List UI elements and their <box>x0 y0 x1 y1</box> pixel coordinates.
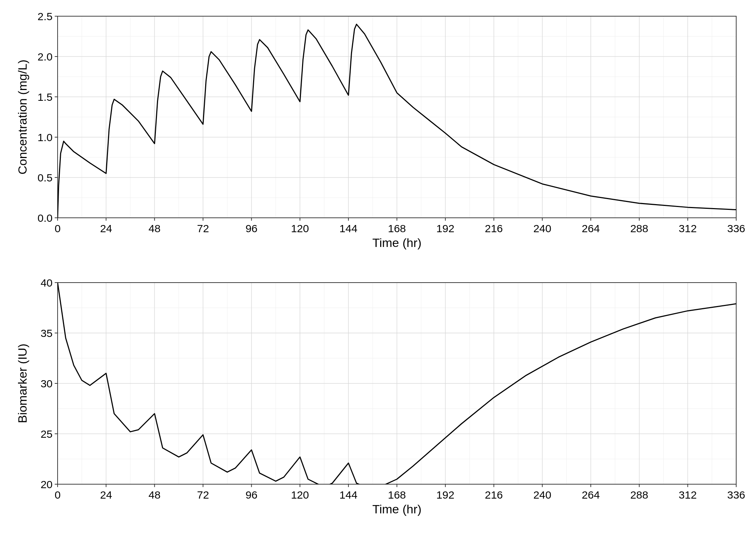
y-tick-label: 40 <box>41 277 53 289</box>
y-tick-label: 2.0 <box>37 51 53 63</box>
y-tick-label: 1.0 <box>37 131 53 143</box>
x-tick-label: 216 <box>485 489 503 501</box>
x-tick-label: 96 <box>246 222 257 234</box>
x-tick-label: 192 <box>436 222 454 234</box>
x-tick-label: 312 <box>679 222 697 234</box>
x-tick-label: 264 <box>582 489 600 501</box>
x-tick-label: 48 <box>149 222 161 234</box>
x-tick-label: 144 <box>339 222 357 234</box>
y-tick-label: 0.0 <box>37 212 53 224</box>
x-tick-label: 144 <box>339 489 357 501</box>
y-tick-label: 0.5 <box>37 172 53 184</box>
x-tick-label: 288 <box>630 489 648 501</box>
y-tick-label: 35 <box>41 327 53 339</box>
x-tick-label: 72 <box>197 489 209 501</box>
x-tick-label: 48 <box>149 489 161 501</box>
x-tick-label: 96 <box>246 489 257 501</box>
y-tick-label: 30 <box>41 378 53 390</box>
y-tick-label: 2.5 <box>37 10 53 22</box>
x-tick-label: 168 <box>388 489 406 501</box>
x-tick-label: 288 <box>630 222 648 234</box>
x-tick-label: 240 <box>533 222 551 234</box>
x-tick-label: 168 <box>388 222 406 234</box>
x-tick-label: 120 <box>291 489 309 501</box>
x-tick-label: 72 <box>197 222 209 234</box>
y-axis-label: Concentration (mg/L) <box>15 59 29 174</box>
x-tick-label: 216 <box>485 222 503 234</box>
y-tick-label: 20 <box>41 478 53 490</box>
x-tick-label: 336 <box>727 489 745 501</box>
x-tick-label: 120 <box>291 222 309 234</box>
x-tick-label: 0 <box>55 222 61 234</box>
concentration-panel: 0244872961201441681922162402642883123360… <box>0 7 756 259</box>
x-tick-label: 336 <box>727 222 745 234</box>
y-tick-label: 25 <box>41 428 53 440</box>
x-tick-label: 24 <box>100 222 112 234</box>
y-axis-label: Biomarker (IU) <box>15 343 29 423</box>
x-tick-label: 0 <box>55 489 61 501</box>
y-tick-label: 1.5 <box>37 91 53 103</box>
x-tick-label: 240 <box>533 489 551 501</box>
x-tick-label: 192 <box>436 489 454 501</box>
x-axis-label: Time (hr) <box>372 502 422 516</box>
x-tick-label: 24 <box>100 489 112 501</box>
chart-container: 0244872961201441681922162402642883123360… <box>0 0 756 540</box>
biomarker-panel: 0244872961201441681922162402642883123362… <box>0 274 756 526</box>
x-tick-label: 312 <box>679 489 697 501</box>
x-axis-label: Time (hr) <box>372 236 422 249</box>
x-tick-label: 264 <box>582 222 600 234</box>
